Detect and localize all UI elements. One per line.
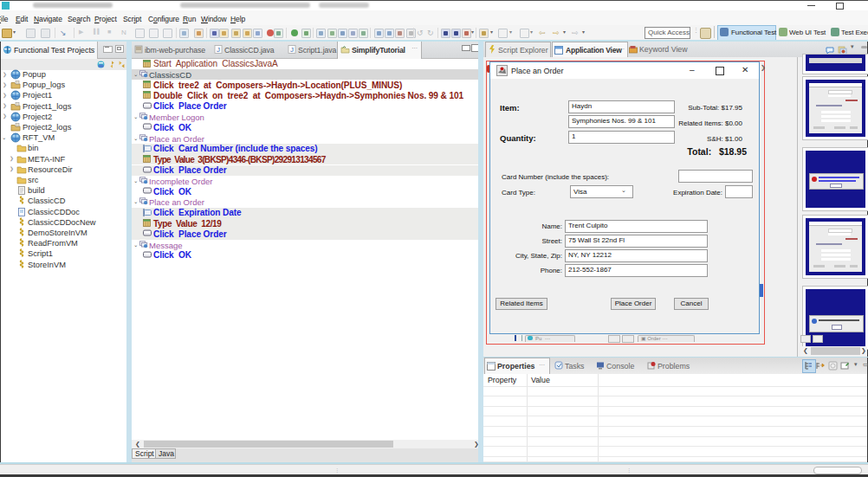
svg-text:J: J — [290, 46, 294, 54]
svg-text:J: J — [217, 46, 220, 54]
